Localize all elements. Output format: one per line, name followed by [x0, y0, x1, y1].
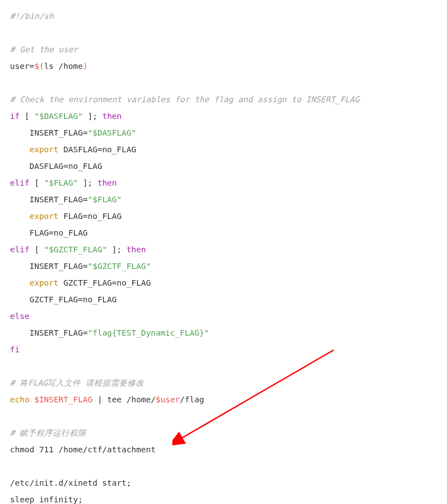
shebang: #!/bin/sh — [10, 12, 54, 21]
kw-export-1: export — [10, 145, 58, 154]
code-block: #!/bin/sh # Get the user user=$(ls /home… — [10, 8, 437, 504]
cmd-sleep: sleep — [10, 495, 34, 504]
kw-export-3: export — [10, 278, 58, 287]
kw-elif-2: elif — [10, 245, 29, 254]
kw-export-2: export — [10, 212, 58, 221]
comment-check-env: # Check the environment variables for th… — [10, 95, 360, 104]
comment-flag-write: # 将FLAG写入文件 请根据需要修改 — [10, 378, 144, 387]
kw-else: else — [10, 312, 29, 321]
var-user: user — [10, 62, 29, 71]
kw-elif-1: elif — [10, 178, 29, 187]
kw-fi: fi — [10, 345, 19, 354]
comment-chmod: # 赋予程序运行权限 — [10, 428, 86, 437]
cmd-xinetd: /etc/init.d/xinetd start; — [10, 478, 131, 487]
cmd-echo: echo — [10, 395, 29, 404]
cmd-chmod: chmod — [10, 445, 34, 454]
comment-get-user: # Get the user — [10, 45, 78, 54]
kw-if: if — [10, 112, 19, 121]
